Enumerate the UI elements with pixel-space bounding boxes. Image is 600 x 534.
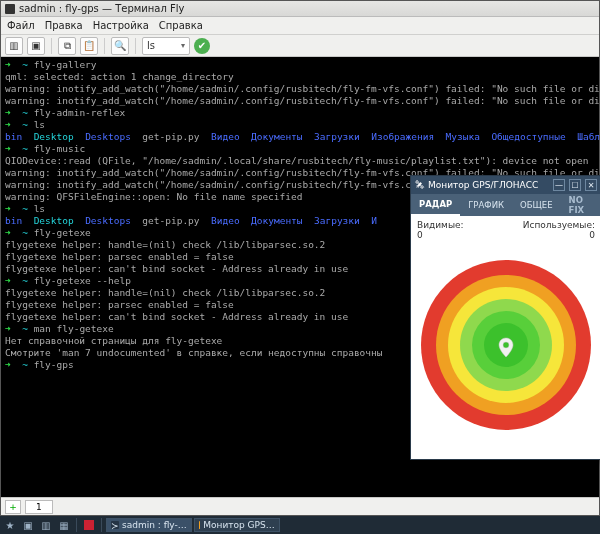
taskbar: ★ ▣ ▥ ▦ ≻ sadmin : fly-… Монитор GPS… — [0, 516, 600, 534]
close-button[interactable]: ✕ — [585, 179, 597, 191]
tab-graph[interactable]: ГРАФИК — [460, 194, 512, 216]
gps-titlebar[interactable]: 🛰 Монитор GPS/ГЛОНАСС — ☐ ✕ — [411, 176, 600, 194]
gps-status: NO FIX — [561, 194, 600, 216]
maximize-button[interactable]: ☐ — [569, 179, 581, 191]
run-button[interactable]: ✔ — [194, 38, 210, 54]
terminal-icon: ≻ — [111, 521, 119, 529]
terminal-line: ➜ ~ fly-admin-reflex — [5, 107, 595, 119]
taskbar-separator — [101, 518, 102, 532]
tab-common[interactable]: ОБЩЕЕ — [512, 194, 561, 216]
terminal-tab-label: 1 — [36, 502, 42, 512]
minimize-button[interactable]: — — [553, 179, 565, 191]
gps-body: Видимые: Используемые: 0 0 — [411, 216, 600, 459]
command-select-value: ls — [147, 40, 155, 51]
terminal-app-icon — [5, 4, 15, 14]
terminal-menubar: Файл Правка Настройка Справка — [1, 17, 599, 35]
menu-help[interactable]: Справка — [159, 20, 203, 31]
terminal-toolbar: ▥ ▣ ⧉ 📋 🔍 ls ▾ ✔ — [1, 35, 599, 57]
toolbar-separator — [135, 38, 136, 54]
terminal-line: bin Desktop Desktops get-pip.py Видео До… — [5, 131, 595, 143]
terminal-tabbar: + 1 — [1, 497, 599, 515]
windows-icon[interactable]: ▥ — [38, 518, 54, 532]
chevron-down-icon: ▾ — [181, 41, 185, 50]
file-manager-icon[interactable]: ▣ — [20, 518, 36, 532]
terminal-line: warning: inotify_add_watch("/home/sadmin… — [5, 95, 595, 107]
used-label: Используемые: — [523, 220, 595, 230]
toolbar-separator — [51, 38, 52, 54]
workspace-icon[interactable] — [81, 518, 97, 532]
terminal-line: ➜ ~ fly-gallery — [5, 59, 595, 71]
radar-ring — [484, 323, 528, 367]
visible-label: Видимые: — [417, 220, 464, 230]
taskbar-task-terminal[interactable]: ≻ sadmin : fly-… — [106, 518, 192, 532]
satellite-icon: 🛰 — [415, 180, 424, 190]
add-tab-button[interactable]: + — [5, 500, 21, 514]
menu-file[interactable]: Файл — [7, 20, 35, 31]
terminal-line: QIODevice::read (QFile, "/home/sadmin/.l… — [5, 155, 595, 167]
terminal-line: warning: inotify_add_watch("/home/sadmin… — [5, 83, 595, 95]
gps-title: Монитор GPS/ГЛОНАСС — [428, 180, 538, 190]
terminal-line: ➜ ~ fly-music — [5, 143, 595, 155]
visible-value: 0 — [417, 230, 423, 240]
taskbar-task-gps[interactable]: Монитор GPS… — [194, 518, 280, 532]
menu-edit[interactable]: Правка — [45, 20, 83, 31]
gps-radar — [421, 260, 591, 430]
menu-setting[interactable]: Настройка — [93, 20, 149, 31]
toolbar-separator — [104, 38, 105, 54]
new-tab-button[interactable]: ▥ — [5, 37, 23, 55]
terminal-line: ➜ ~ ls — [5, 119, 595, 131]
used-value: 0 — [589, 230, 595, 240]
taskbar-separator — [76, 518, 77, 532]
gps-window: 🛰 Монитор GPS/ГЛОНАСС — ☐ ✕ РАДАР ГРАФИК… — [410, 175, 600, 460]
copy-button[interactable]: ⧉ — [58, 37, 76, 55]
terminal-title: sadmin : fly-gps — Терминал Fly — [19, 3, 185, 14]
task-label: Монитор GPS… — [203, 520, 274, 530]
tab-radar[interactable]: РАДАР — [411, 194, 460, 216]
terminal-titlebar[interactable]: sadmin : fly-gps — Терминал Fly — [1, 1, 599, 17]
start-icon[interactable]: ★ — [2, 518, 18, 532]
terminal-line: qml: selected: action 1 change_directory — [5, 71, 595, 83]
task-label: sadmin : fly-… — [122, 520, 187, 530]
paste-button[interactable]: 📋 — [80, 37, 98, 55]
command-select[interactable]: ls ▾ — [142, 37, 190, 55]
browser-icon[interactable]: ▦ — [56, 518, 72, 532]
satellite-icon — [199, 521, 201, 529]
search-button[interactable]: 🔍 — [111, 37, 129, 55]
close-tab-button[interactable]: ▣ — [27, 37, 45, 55]
terminal-tab-1[interactable]: 1 — [25, 500, 53, 514]
gps-tabbar: РАДАР ГРАФИК ОБЩЕЕ NO FIX — [411, 194, 600, 216]
